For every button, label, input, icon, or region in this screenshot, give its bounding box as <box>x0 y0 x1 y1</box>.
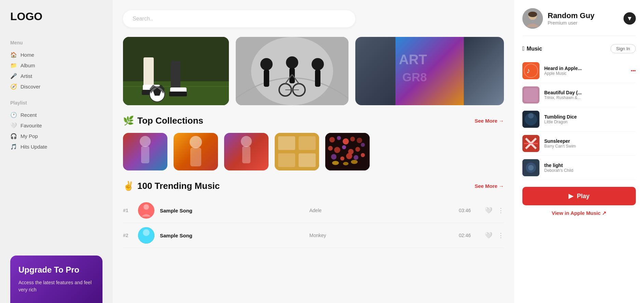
sidebar-item-hitsupdate[interactable]: 🎵 Hits Update <box>10 141 102 152</box>
hitsupdate-icon: 🎵 <box>10 143 17 150</box>
collections-see-more[interactable]: See More → <box>475 118 504 124</box>
svg-rect-16 <box>264 70 269 87</box>
svg-text:♪: ♪ <box>526 66 530 75</box>
recent-icon: 🕐 <box>10 112 17 118</box>
svg-rect-18 <box>289 68 295 83</box>
rank-2: #2 <box>123 233 133 238</box>
list-item[interactable]: Sunsleeper Barry Can't Swim <box>522 132 636 156</box>
playlist-label: Playlist <box>10 100 102 106</box>
trending-see-more[interactable]: See More → <box>475 183 504 189</box>
song-more-icon-1[interactable]: ••• <box>631 68 636 73</box>
song-thumb-5 <box>522 159 539 176</box>
heart-icon-1[interactable]: 🤍 <box>485 207 492 214</box>
sidebar-item-mypop[interactable]: 🎧 My Pop <box>10 131 102 141</box>
hero-image-graffiti[interactable]: ART GR8 <box>355 37 504 105</box>
svg-point-83 <box>528 165 534 170</box>
hero-image-bmx[interactable] <box>236 37 348 105</box>
sidebar-item-favourite[interactable]: 🤍 Favourite <box>10 120 102 131</box>
mypop-icon: 🎧 <box>10 133 17 139</box>
artist-icon: 🎤 <box>10 73 17 79</box>
svg-point-17 <box>286 56 298 69</box>
list-item[interactable]: Beautiful Day (... Trinix, Rushawn &... <box>522 83 636 107</box>
sidebar-item-label-favourite: Favourite <box>20 123 42 128</box>
collections-row <box>123 133 504 170</box>
svg-rect-25 <box>315 70 320 87</box>
view-apple-music-link[interactable]: View in Apple Music ↗ <box>522 210 636 216</box>
rank-1: #1 <box>123 208 133 213</box>
svg-point-15 <box>260 58 273 70</box>
more-icon-1[interactable]: ⋮ <box>498 207 504 214</box>
song-name-2: Sample Song <box>160 233 304 238</box>
collection-item-4[interactable] <box>275 133 319 170</box>
song-info-2: Beautiful Day (... Trinix, Rushawn &... <box>544 90 636 100</box>
song-name-apple: Heard in Apple... <box>544 66 626 71</box>
svg-point-52 <box>355 147 360 152</box>
discover-icon: 🧭 <box>10 83 17 90</box>
song-thumb-apple: ♪ <box>522 62 539 79</box>
upgrade-box: Upgrade To Pro Access the latest feature… <box>10 256 102 303</box>
song-thumb-3 <box>522 111 539 128</box>
home-icon: 🏠 <box>10 52 17 58</box>
sidebar-item-label-album: Album <box>20 63 35 68</box>
svg-point-46 <box>357 138 362 143</box>
sidebar-item-label-hitsupdate: Hits Update <box>20 144 47 150</box>
sidebar-item-recent[interactable]: 🕐 Recent <box>10 110 102 120</box>
svg-rect-73 <box>524 88 538 102</box>
svg-point-24 <box>312 58 324 70</box>
hero-images: ART GR8 <box>123 37 504 105</box>
collection-item-3[interactable] <box>224 133 269 170</box>
song-name-1: Sample Song <box>160 208 304 214</box>
song-artist-2: Trinix, Rushawn &... <box>544 95 636 100</box>
sidebar-item-home[interactable]: 🏠 Home <box>10 50 102 60</box>
svg-point-34 <box>241 136 252 147</box>
hero-image-soccer[interactable] <box>123 37 229 105</box>
list-item[interactable]: Tumbling Dice Little Dragon <box>522 107 636 132</box>
song-duration-1: 03:46 <box>459 208 479 213</box>
user-dropdown-button[interactable]: ▼ <box>624 12 636 25</box>
song-artist-apple: Apple Music <box>544 71 626 76</box>
more-icon-2[interactable]: ⋮ <box>498 232 504 239</box>
song-artist-2: Monkey <box>310 233 454 238</box>
svg-rect-8 <box>169 92 187 96</box>
upgrade-desc: Access the latest features and feel very… <box>18 279 94 293</box>
collection-item-5[interactable] <box>325 133 370 170</box>
svg-point-76 <box>528 113 534 119</box>
svg-rect-33 <box>190 148 201 166</box>
svg-rect-35 <box>242 146 250 163</box>
sidebar-item-discover[interactable]: 🧭 Discover <box>10 81 102 92</box>
trending-title: ✌️ 100 Trending Music <box>123 181 220 191</box>
song-thumb-2 <box>522 86 539 104</box>
top-collections-title: 🌿 Top Collections <box>123 115 203 126</box>
favourite-icon: 🤍 <box>10 122 17 129</box>
svg-point-42 <box>329 137 335 142</box>
list-item[interactable]: ♪ Heard in Apple... Apple Music ••• <box>522 59 636 83</box>
song-duration-2: 02:46 <box>459 233 479 238</box>
sign-in-button[interactable]: Sign In <box>611 44 636 53</box>
main-content: ART GR8 🌿 Top Collections See More → <box>113 0 514 303</box>
svg-point-60 <box>351 160 358 164</box>
sidebar-item-label-artist: Artist <box>20 73 32 79</box>
svg-rect-38 <box>299 136 316 150</box>
svg-point-58 <box>332 161 339 165</box>
svg-point-62 <box>143 204 149 210</box>
list-item[interactable]: the light Deborah's Child <box>522 156 636 180</box>
heart-icon-2[interactable]: 🤍 <box>485 232 492 239</box>
collections-emoji: 🌿 <box>123 115 134 126</box>
song-name-5: the light <box>544 163 636 168</box>
svg-point-56 <box>354 155 358 160</box>
svg-point-49 <box>334 147 340 153</box>
sidebar-item-album[interactable]: 📁 Album <box>10 60 102 71</box>
user-profile: Random Guy Premium user ▼ <box>522 8 636 36</box>
table-row: #1 Sample Song Adele 03:46 🤍 ⋮ <box>123 198 504 223</box>
song-thumb-4 <box>522 135 539 152</box>
upgrade-title: Upgrade To Pro <box>18 265 94 275</box>
song-info-3: Tumbling Dice Little Dragon <box>544 114 636 124</box>
search-input[interactable] <box>123 10 355 27</box>
chevron-down-icon: ▼ <box>627 15 633 22</box>
sidebar-item-artist[interactable]: 🎤 Artist <box>10 71 102 81</box>
collection-item-2[interactable] <box>174 133 218 170</box>
song-info-4: Sunsleeper Barry Can't Swim <box>544 138 636 149</box>
svg-point-43 <box>337 136 341 140</box>
play-button[interactable]: ▶ Play <box>522 187 636 205</box>
collection-item-1[interactable] <box>123 133 167 170</box>
